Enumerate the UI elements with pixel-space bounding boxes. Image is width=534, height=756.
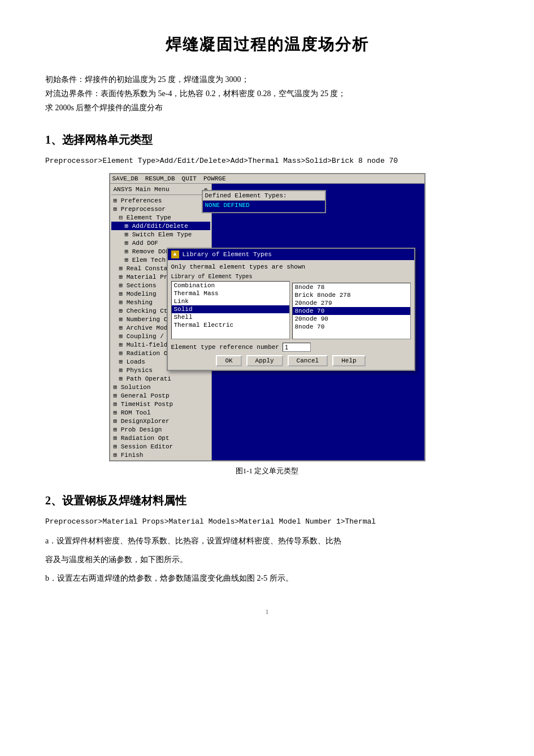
lib-dialog-title: Library of Element Types	[183, 251, 272, 258]
menu-element-type[interactable]: ⊟ Element Type	[111, 213, 210, 222]
lib-right-8node70[interactable]: 8node 70	[293, 323, 410, 331]
section-2-line3: b．设置左右两道焊缝的焓参数，焓参数随温度变化曲线如图 2-5 所示。	[45, 571, 489, 585]
lib-ref-row: Element type reference number	[171, 343, 411, 352]
menu-timehist-postp[interactable]: ⊞ TimeHist Postp	[111, 400, 210, 408]
toolbar-powrge[interactable]: POWRGE	[203, 175, 226, 182]
lib-apply-button[interactable]: Apply	[246, 355, 283, 366]
lib-ref-label: Element type reference number	[171, 344, 279, 351]
lib-list-thermal-mass[interactable]: Thermal Mass	[172, 290, 289, 297]
lib-dialog-body: Only thermal element types are shown Lib…	[168, 260, 414, 370]
menu-radiation-opt[interactable]: ⊞ Radiation Opt	[111, 434, 210, 442]
section-2-heading: 2、设置钢板及焊缝材料属性	[45, 493, 489, 508]
section-1: 1、选择网格单元类型 Preprocessor>Element Type>Add…	[45, 132, 489, 476]
lib-info-text: Only thermal element types are shown	[171, 263, 411, 270]
section-1-path: Preprocessor>Element Type>Add/Edit/Delet…	[45, 157, 489, 165]
menu-rom-tool[interactable]: ⊞ ROM Tool	[111, 408, 210, 417]
lib-ref-input[interactable]	[283, 343, 311, 352]
intro-line3: 求 2000s 后整个焊接件的温度分布	[45, 101, 489, 115]
menu-preprocessor[interactable]: ⊞ Preprocessor	[111, 205, 210, 213]
lib-dialog-titlebar: ▲ Library of Element Types	[168, 249, 414, 260]
section-2-line1: a．设置焊件材料密度、热传导系数、比热容，设置焊缝材料密度、热传导系数、比热	[45, 534, 489, 548]
menu-preferences[interactable]: ⊞ Preferences	[111, 196, 210, 205]
lib-right-20node279[interactable]: 20node 279	[293, 299, 410, 307]
lib-ok-button[interactable]: OK	[216, 355, 241, 366]
lib-dialog-icon: ▲	[171, 250, 179, 258]
page-title: 焊缝凝固过程的温度场分析	[45, 34, 489, 55]
lib-list-thermal-electric[interactable]: Thermal Electric	[172, 321, 289, 329]
intro-section: 初始条件：焊接件的初始温度为 25 度，焊缝温度为 3000； 对流边界条件：表…	[45, 72, 489, 115]
lib-list-link[interactable]: Link	[172, 297, 289, 305]
lib-lists-row: Library of Element Types Combination The…	[171, 274, 411, 339]
figure-1-caption: 图1-1 定义单元类型	[45, 466, 489, 476]
ansys-window: SAVE_DB RESUM_DB QUIT POWRGE ANSYS Main …	[109, 173, 426, 461]
menu-add-edit-delete[interactable]: ⊞ Add/Edit/Delete	[111, 222, 210, 230]
library-dialog: ▲ Library of Element Types Only thermal …	[167, 248, 415, 371]
menu-path-operati[interactable]: ⊞ Path Operati	[111, 374, 210, 383]
menu-finish[interactable]: ⊞ Finish	[111, 451, 210, 459]
lib-help-button[interactable]: Help	[332, 355, 365, 366]
defined-element-types-dialog: Defined Element Types: NONE DEFINED	[202, 190, 326, 213]
toolbar-resum[interactable]: RESUM_DB	[145, 175, 175, 182]
panel-title: ANSYS Main Menu ⊗	[111, 185, 210, 195]
menu-designxplorer[interactable]: ⊞ DesignXplorer	[111, 417, 210, 425]
menu-session-editor[interactable]: ⊞ Session Editor	[111, 442, 210, 451]
menu-solution[interactable]: ⊞ Solution	[111, 383, 210, 391]
intro-line1: 初始条件：焊接件的初始温度为 25 度，焊缝温度为 3000；	[45, 72, 489, 87]
section-2: 2、设置钢板及焊缝材料属性 Preprocessor>Material Prop…	[45, 493, 489, 586]
lib-left-list-label: Library of Element Types	[171, 274, 290, 280]
section-2-path: Preprocessor>Material Props>Material Mod…	[45, 517, 489, 526]
defined-list-box[interactable]: NONE DEFINED	[203, 201, 325, 212]
lib-right-list[interactable]: 8node 78 Brick 8node 278 20node 279 8nod…	[292, 283, 411, 339]
menu-switch-elem[interactable]: ⊞ Switch Elem Type	[111, 230, 210, 239]
lib-buttons-row: OK Apply Cancel Help	[171, 355, 411, 366]
lib-list-shell[interactable]: Shell	[172, 313, 289, 321]
lib-list-solid[interactable]: Solid	[172, 305, 289, 313]
intro-line2: 对流边界条件：表面传热系数为 5e-4，比热容 0.2，材料密度 0.28，空气…	[45, 87, 489, 101]
menu-general-postp[interactable]: ⊞ General Postp	[111, 391, 210, 400]
page-number: 1	[45, 608, 489, 616]
lib-cancel-button[interactable]: Cancel	[288, 355, 328, 366]
lib-right-brick8node278[interactable]: Brick 8node 278	[293, 291, 410, 299]
menu-add-dof[interactable]: ⊞ Add DOF	[111, 239, 210, 247]
lib-list-combination[interactable]: Combination	[172, 282, 289, 290]
lib-right-8node70-selected[interactable]: 8node 70	[293, 307, 410, 315]
defined-dialog-title: Defined Element Types:	[203, 191, 325, 201]
toolbar-quit[interactable]: QUIT	[182, 175, 197, 182]
section-1-heading: 1、选择网格单元类型	[45, 132, 489, 148]
section-2-line2: 容及与温度相关的涵参数，如下图所示。	[45, 552, 489, 567]
lib-right-20node90[interactable]: 20node 90	[293, 315, 410, 323]
ansys-toolbar: SAVE_DB RESUM_DB QUIT POWRGE	[110, 174, 424, 184]
lib-right-8node78[interactable]: 8node 78	[293, 283, 410, 291]
menu-prob-design[interactable]: ⊞ Prob Design	[111, 425, 210, 434]
lib-left-list[interactable]: Combination Thermal Mass Link Solid Shel…	[171, 281, 290, 339]
toolbar-save[interactable]: SAVE_DB	[112, 175, 138, 182]
